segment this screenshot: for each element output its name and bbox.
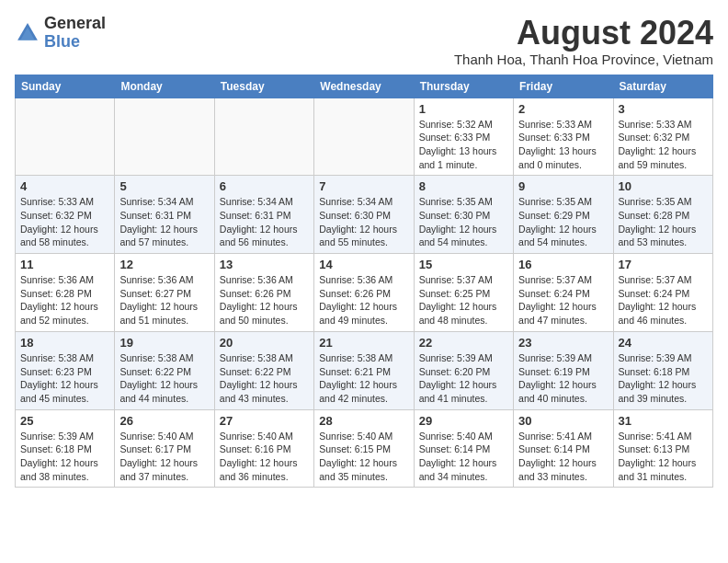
day-info: Sunrise: 5:37 AM Sunset: 6:24 PM Dayligh…: [518, 273, 608, 327]
day-info: Sunrise: 5:38 AM Sunset: 6:21 PM Dayligh…: [319, 351, 408, 406]
day-info: Sunrise: 5:38 AM Sunset: 6:23 PM Dayligh…: [20, 351, 109, 406]
calendar-cell: [314, 98, 414, 176]
day-number: 3: [619, 102, 708, 116]
day-number: 23: [518, 336, 608, 350]
calendar-cell: 27Sunrise: 5:40 AM Sunset: 6:16 PM Dayli…: [214, 409, 313, 488]
calendar-cell: 31Sunrise: 5:41 AM Sunset: 6:13 PM Dayli…: [613, 409, 712, 488]
calendar-cell: 26Sunrise: 5:40 AM Sunset: 6:17 PM Dayli…: [115, 409, 214, 488]
calendar-week-row: 1Sunrise: 5:32 AM Sunset: 6:33 PM Daylig…: [16, 98, 713, 176]
column-header-friday: Friday: [514, 75, 613, 98]
day-number: 2: [518, 102, 608, 116]
page-header: General Blue August 2024 Thanh Hoa, Than…: [15, 15, 713, 67]
day-info: Sunrise: 5:38 AM Sunset: 6:22 PM Dayligh…: [119, 351, 209, 406]
calendar-cell: 23Sunrise: 5:39 AM Sunset: 6:19 PM Dayli…: [514, 331, 613, 409]
day-number: 25: [20, 414, 109, 428]
calendar-cell: [214, 98, 313, 176]
calendar-cell: 20Sunrise: 5:38 AM Sunset: 6:22 PM Dayli…: [214, 331, 313, 409]
day-number: 14: [319, 258, 408, 271]
calendar-cell: 7Sunrise: 5:34 AM Sunset: 6:30 PM Daylig…: [314, 176, 414, 254]
column-header-sunday: Sunday: [16, 75, 115, 98]
day-info: Sunrise: 5:36 AM Sunset: 6:26 PM Dayligh…: [220, 273, 309, 327]
title-block: August 2024 Thanh Hoa, Thanh Hoa Provinc…: [454, 15, 713, 67]
day-number: 31: [619, 414, 708, 428]
calendar-cell: 30Sunrise: 5:41 AM Sunset: 6:14 PM Dayli…: [514, 409, 613, 488]
day-number: 26: [119, 414, 209, 428]
day-number: 20: [220, 336, 309, 350]
day-info: Sunrise: 5:39 AM Sunset: 6:20 PM Dayligh…: [419, 351, 508, 406]
day-info: Sunrise: 5:33 AM Sunset: 6:32 PM Dayligh…: [20, 195, 109, 249]
day-info: Sunrise: 5:37 AM Sunset: 6:25 PM Dayligh…: [419, 273, 508, 327]
day-info: Sunrise: 5:40 AM Sunset: 6:17 PM Dayligh…: [119, 430, 209, 484]
calendar-cell: 17Sunrise: 5:37 AM Sunset: 6:24 PM Dayli…: [613, 254, 712, 332]
calendar-cell: 2Sunrise: 5:33 AM Sunset: 6:33 PM Daylig…: [514, 98, 613, 176]
calendar-cell: [115, 98, 214, 176]
calendar-week-row: 11Sunrise: 5:36 AM Sunset: 6:28 PM Dayli…: [16, 254, 713, 332]
day-info: Sunrise: 5:39 AM Sunset: 6:19 PM Dayligh…: [518, 351, 608, 406]
day-info: Sunrise: 5:34 AM Sunset: 6:31 PM Dayligh…: [220, 195, 309, 249]
day-info: Sunrise: 5:34 AM Sunset: 6:30 PM Dayligh…: [319, 195, 408, 249]
calendar-cell: 1Sunrise: 5:32 AM Sunset: 6:33 PM Daylig…: [414, 98, 513, 176]
day-number: 7: [319, 179, 408, 193]
day-info: Sunrise: 5:40 AM Sunset: 6:16 PM Dayligh…: [220, 430, 309, 484]
calendar-cell: 8Sunrise: 5:35 AM Sunset: 6:30 PM Daylig…: [414, 176, 513, 254]
day-number: 29: [419, 414, 508, 428]
day-number: 27: [220, 414, 309, 428]
calendar-cell: 15Sunrise: 5:37 AM Sunset: 6:25 PM Dayli…: [414, 254, 513, 332]
day-number: 24: [619, 336, 708, 350]
column-header-saturday: Saturday: [613, 75, 712, 98]
calendar-week-row: 4Sunrise: 5:33 AM Sunset: 6:32 PM Daylig…: [16, 176, 713, 254]
day-info: Sunrise: 5:37 AM Sunset: 6:24 PM Dayligh…: [619, 273, 708, 327]
calendar-cell: 10Sunrise: 5:35 AM Sunset: 6:28 PM Dayli…: [613, 176, 712, 254]
calendar-cell: 25Sunrise: 5:39 AM Sunset: 6:18 PM Dayli…: [16, 409, 115, 488]
day-number: 12: [119, 258, 209, 271]
calendar-cell: 19Sunrise: 5:38 AM Sunset: 6:22 PM Dayli…: [115, 331, 214, 409]
calendar-cell: 4Sunrise: 5:33 AM Sunset: 6:32 PM Daylig…: [16, 176, 115, 254]
calendar-cell: 21Sunrise: 5:38 AM Sunset: 6:21 PM Dayli…: [314, 331, 414, 409]
column-header-tuesday: Tuesday: [214, 75, 313, 98]
day-info: Sunrise: 5:35 AM Sunset: 6:29 PM Dayligh…: [518, 195, 608, 249]
day-number: 21: [319, 336, 408, 350]
calendar-cell: 13Sunrise: 5:36 AM Sunset: 6:26 PM Dayli…: [214, 254, 313, 332]
column-header-thursday: Thursday: [414, 75, 513, 98]
calendar-week-row: 18Sunrise: 5:38 AM Sunset: 6:23 PM Dayli…: [16, 331, 713, 409]
calendar-cell: 28Sunrise: 5:40 AM Sunset: 6:15 PM Dayli…: [314, 409, 414, 488]
day-number: 19: [119, 336, 209, 350]
day-number: 30: [518, 414, 608, 428]
column-header-monday: Monday: [115, 75, 214, 98]
day-info: Sunrise: 5:35 AM Sunset: 6:28 PM Dayligh…: [619, 195, 708, 249]
day-info: Sunrise: 5:39 AM Sunset: 6:18 PM Dayligh…: [20, 430, 109, 484]
day-number: 15: [419, 258, 508, 271]
day-number: 4: [20, 179, 109, 193]
day-info: Sunrise: 5:32 AM Sunset: 6:33 PM Dayligh…: [419, 118, 508, 172]
day-number: 10: [619, 179, 708, 193]
calendar-cell: 24Sunrise: 5:39 AM Sunset: 6:18 PM Dayli…: [613, 331, 712, 409]
logo-general-text: General: [44, 14, 106, 32]
day-info: Sunrise: 5:33 AM Sunset: 6:32 PM Dayligh…: [619, 118, 708, 172]
calendar-cell: 14Sunrise: 5:36 AM Sunset: 6:26 PM Dayli…: [314, 254, 414, 332]
day-number: 13: [220, 258, 309, 271]
logo-blue-text: Blue: [44, 32, 80, 51]
calendar-cell: 22Sunrise: 5:39 AM Sunset: 6:20 PM Dayli…: [414, 331, 513, 409]
calendar-cell: 9Sunrise: 5:35 AM Sunset: 6:29 PM Daylig…: [514, 176, 613, 254]
day-number: 18: [20, 336, 109, 350]
day-info: Sunrise: 5:36 AM Sunset: 6:27 PM Dayligh…: [119, 273, 209, 327]
calendar-cell: [16, 98, 115, 176]
calendar-cell: 18Sunrise: 5:38 AM Sunset: 6:23 PM Dayli…: [16, 331, 115, 409]
calendar-week-row: 25Sunrise: 5:39 AM Sunset: 6:18 PM Dayli…: [16, 409, 713, 488]
day-number: 6: [220, 179, 309, 193]
day-info: Sunrise: 5:33 AM Sunset: 6:33 PM Dayligh…: [518, 118, 608, 172]
day-info: Sunrise: 5:38 AM Sunset: 6:22 PM Dayligh…: [220, 351, 309, 406]
day-number: 16: [518, 258, 608, 271]
calendar-cell: 16Sunrise: 5:37 AM Sunset: 6:24 PM Dayli…: [514, 254, 613, 332]
day-info: Sunrise: 5:40 AM Sunset: 6:15 PM Dayligh…: [319, 430, 408, 484]
day-number: 17: [619, 258, 708, 271]
logo: General Blue: [15, 15, 106, 52]
day-info: Sunrise: 5:34 AM Sunset: 6:31 PM Dayligh…: [119, 195, 209, 249]
day-info: Sunrise: 5:35 AM Sunset: 6:30 PM Dayligh…: [419, 195, 508, 249]
day-info: Sunrise: 5:36 AM Sunset: 6:28 PM Dayligh…: [20, 273, 109, 327]
calendar-cell: 29Sunrise: 5:40 AM Sunset: 6:14 PM Dayli…: [414, 409, 513, 488]
calendar-cell: 5Sunrise: 5:34 AM Sunset: 6:31 PM Daylig…: [115, 176, 214, 254]
day-number: 11: [20, 258, 109, 271]
day-number: 22: [419, 336, 508, 350]
calendar-header-row: SundayMondayTuesdayWednesdayThursdayFrid…: [16, 75, 713, 98]
